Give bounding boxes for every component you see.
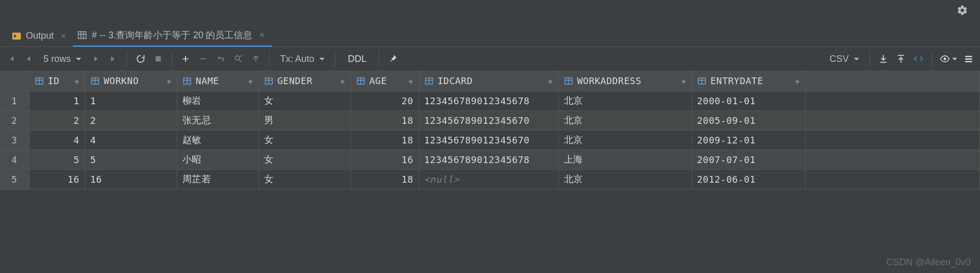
cell-name[interactable]: 张无忌: [177, 110, 258, 130]
compare-icon[interactable]: [910, 51, 927, 67]
sort-icon[interactable]: ◆: [548, 77, 553, 85]
table-row[interactable]: 344赵敏女18123456789012345670北京2009-12-01: [0, 130, 980, 150]
gear-icon[interactable]: [955, 3, 970, 18]
cell-idcard[interactable]: 123456789012345678: [419, 91, 558, 110]
remove-row-icon[interactable]: [195, 51, 211, 67]
cell-gender[interactable]: 男: [258, 110, 350, 130]
table-row[interactable]: 455小昭女16123456789012345678上海2007-07-01: [0, 150, 980, 169]
cell-gender[interactable]: 女: [258, 169, 350, 189]
close-icon[interactable]: ×: [259, 30, 264, 40]
last-page-icon[interactable]: [105, 51, 121, 67]
tab-query-result[interactable]: # -- 3.查询年龄小于等于 20 的员工信息 ×: [73, 24, 271, 46]
cell-age[interactable]: 16: [350, 150, 419, 169]
stop-icon[interactable]: [150, 51, 166, 67]
column-header-gender[interactable]: GENDER◆: [258, 71, 350, 91]
svg-point-7: [944, 58, 946, 60]
column-header-age[interactable]: AGE◆: [350, 71, 419, 91]
cell-id[interactable]: 5: [29, 150, 85, 169]
cell-filler: [805, 91, 980, 110]
view-mode-icon[interactable]: [938, 51, 959, 67]
submit-icon[interactable]: [248, 51, 264, 67]
column-header-entrydate[interactable]: ENTRYDATE◆: [692, 71, 805, 91]
editor-tabs: Output × # -- 3.查询年龄小于等于 20 的员工信息 ×: [0, 21, 980, 46]
cell-workno[interactable]: 5: [85, 150, 177, 169]
tx-mode-dropdown[interactable]: Tx: Auto: [275, 54, 330, 65]
separator: [932, 51, 932, 67]
sort-icon[interactable]: ◆: [341, 77, 345, 85]
cell-age[interactable]: 18: [350, 110, 419, 130]
window-top-bar: [0, 0, 980, 21]
cell-idcard[interactable]: 123456789012345678: [419, 150, 558, 169]
cell-entrydate[interactable]: 2000-01-01: [692, 91, 805, 110]
table-row[interactable]: 51616周芷若女18<null>北京2012-06-01: [0, 169, 980, 189]
sort-icon[interactable]: ◆: [75, 77, 80, 85]
cell-workaddress[interactable]: 北京: [558, 91, 692, 110]
sort-icon[interactable]: ◆: [795, 77, 800, 85]
sort-icon[interactable]: ◆: [249, 77, 253, 85]
cell-id[interactable]: 4: [29, 130, 85, 150]
first-page-icon[interactable]: [3, 51, 20, 67]
table-row[interactable]: 111柳岩女20123456789012345678北京2000-01-01: [0, 91, 980, 110]
row-number: 3: [0, 130, 29, 150]
prev-page-icon[interactable]: [21, 51, 37, 67]
cell-entrydate[interactable]: 2005-09-01: [692, 110, 805, 130]
cell-name[interactable]: 柳岩: [177, 91, 258, 110]
cell-age[interactable]: 20: [350, 91, 419, 110]
ddl-button[interactable]: DDL: [341, 51, 374, 67]
cell-entrydate[interactable]: 2007-07-01: [692, 150, 805, 169]
sort-icon[interactable]: ◆: [167, 77, 172, 85]
cell-entrydate[interactable]: 2012-06-01: [692, 169, 805, 189]
column-label: WORKNO: [104, 75, 139, 86]
add-row-icon[interactable]: [177, 51, 194, 67]
column-header-id[interactable]: ID◆: [29, 71, 85, 91]
column-icon: [35, 76, 44, 86]
revert-icon[interactable]: [212, 51, 229, 67]
cell-age[interactable]: 18: [350, 130, 419, 150]
cell-entrydate[interactable]: 2009-12-01: [692, 130, 805, 150]
cell-workno[interactable]: 2: [85, 110, 177, 130]
tab-output[interactable]: Output ×: [7, 25, 73, 46]
cell-workno[interactable]: 16: [85, 169, 177, 189]
row-number: 2: [0, 110, 29, 130]
column-header-name[interactable]: NAME◆: [177, 71, 258, 91]
download-icon[interactable]: [875, 51, 892, 67]
sort-icon[interactable]: ◆: [409, 77, 414, 85]
export-format-dropdown[interactable]: CSV: [824, 54, 864, 65]
table-row[interactable]: 222张无忌男18123456789012345670北京2005-09-01: [0, 110, 980, 130]
column-header-workaddress[interactable]: WORKADDRESS◆: [558, 71, 692, 91]
cell-workaddress[interactable]: 北京: [558, 110, 692, 130]
cell-age[interactable]: 18: [350, 169, 419, 189]
settings-icon[interactable]: [960, 51, 977, 67]
pin-icon[interactable]: [385, 51, 401, 67]
cell-gender[interactable]: 女: [258, 91, 350, 110]
cell-name[interactable]: 赵敏: [177, 130, 258, 150]
upload-icon[interactable]: [893, 51, 909, 67]
cell-id[interactable]: 16: [29, 169, 85, 189]
column-icon: [564, 76, 573, 86]
cell-workaddress[interactable]: 北京: [558, 169, 692, 189]
cell-gender[interactable]: 女: [258, 150, 350, 169]
row-count-dropdown[interactable]: 5 rows: [38, 54, 86, 65]
cell-name[interactable]: 小昭: [177, 150, 258, 169]
cell-workno[interactable]: 4: [85, 130, 177, 150]
row-number: 4: [0, 150, 29, 169]
cell-workaddress[interactable]: 北京: [558, 130, 692, 150]
cell-workaddress[interactable]: 上海: [558, 150, 692, 169]
sort-icon[interactable]: ◆: [682, 77, 686, 85]
cell-id[interactable]: 2: [29, 110, 85, 130]
cell-idcard[interactable]: 123456789012345670: [419, 110, 558, 130]
cell-id[interactable]: 1: [29, 91, 85, 110]
row-number: 1: [0, 91, 29, 110]
reload-icon[interactable]: [132, 51, 149, 67]
cell-name[interactable]: 周芷若: [177, 169, 258, 189]
close-icon[interactable]: ×: [61, 31, 66, 41]
next-page-icon[interactable]: [87, 51, 104, 67]
cell-gender[interactable]: 女: [258, 130, 350, 150]
column-header-workno[interactable]: WORKNO◆: [85, 71, 177, 91]
cell-workno[interactable]: 1: [85, 91, 177, 110]
cell-idcard[interactable]: <null>: [419, 169, 558, 189]
cell-idcard[interactable]: 123456789012345670: [419, 130, 558, 150]
svg-rect-5: [156, 56, 161, 61]
column-header-idcard[interactable]: IDCARD◆: [419, 71, 558, 91]
preview-changes-icon[interactable]: [230, 51, 247, 67]
